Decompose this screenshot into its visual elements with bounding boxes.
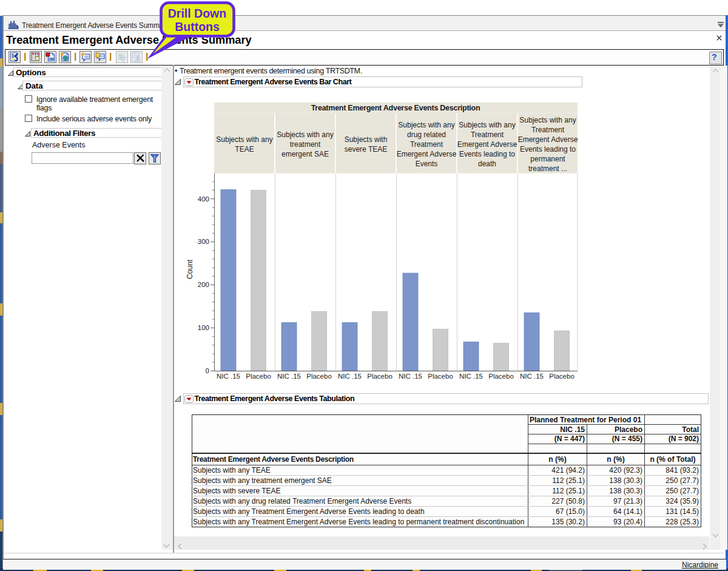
svg-text:Events leading to: Events leading to bbox=[520, 145, 576, 154]
svg-text:death: death bbox=[478, 160, 496, 168]
svg-text:100: 100 bbox=[198, 324, 209, 331]
svg-text:Treatment Emergent Adverse Eve: Treatment Emergent Adverse Events Descri… bbox=[311, 104, 480, 112]
svg-text:Treatment: Treatment bbox=[471, 130, 504, 139]
svg-text:Buttons: Buttons bbox=[175, 20, 220, 33]
svg-text:emergent SAE: emergent SAE bbox=[281, 150, 329, 158]
svg-text:NIC .15: NIC .15 bbox=[338, 373, 362, 380]
svg-text:0: 0 bbox=[206, 367, 209, 374]
svg-text:Emergent Adverse: Emergent Adverse bbox=[518, 135, 578, 144]
svg-text:treatment ...: treatment ... bbox=[528, 164, 567, 173]
svg-text:severe TEAE: severe TEAE bbox=[345, 145, 387, 154]
svg-text:TEAE: TEAE bbox=[235, 145, 254, 154]
svg-text:300: 300 bbox=[198, 238, 209, 245]
svg-text:Subjects with any: Subjects with any bbox=[216, 135, 272, 144]
svg-text:NIC .15: NIC .15 bbox=[399, 373, 422, 380]
svg-text:Subjects with any: Subjects with any bbox=[398, 121, 454, 129]
svg-text:Emergent Adverse: Emergent Adverse bbox=[457, 140, 517, 149]
svg-text:drug related: drug related bbox=[407, 130, 446, 139]
svg-text:Subjects with any: Subjects with any bbox=[519, 116, 576, 124]
svg-text:NIC .15: NIC .15 bbox=[520, 373, 544, 380]
svg-text:Treatment: Treatment bbox=[410, 140, 443, 149]
svg-text:400: 400 bbox=[198, 195, 209, 203]
svg-text:Placebo: Placebo bbox=[488, 373, 514, 380]
svg-text:Subjects with: Subjects with bbox=[345, 135, 388, 144]
svg-text:Placebo: Placebo bbox=[246, 373, 271, 380]
svg-text:Subjects with any: Subjects with any bbox=[277, 130, 333, 139]
svg-text:permanent: permanent bbox=[530, 155, 565, 163]
svg-text:Drill Down: Drill Down bbox=[168, 7, 226, 20]
svg-text:Treatment: Treatment bbox=[531, 126, 565, 134]
svg-text:Count: Count bbox=[186, 259, 194, 279]
svg-text:Subjects with any: Subjects with any bbox=[459, 121, 515, 129]
svg-text:Placebo: Placebo bbox=[306, 373, 332, 380]
svg-text:200: 200 bbox=[198, 281, 209, 288]
svg-text:Emergent Adverse: Emergent Adverse bbox=[397, 150, 457, 158]
svg-text:Placebo: Placebo bbox=[549, 373, 575, 380]
svg-text:NIC .15: NIC .15 bbox=[277, 373, 301, 380]
svg-text:NIC .15: NIC .15 bbox=[459, 373, 483, 380]
svg-text:Events leading to: Events leading to bbox=[459, 150, 515, 158]
svg-text:NIC .15: NIC .15 bbox=[217, 373, 240, 380]
svg-text:treatment: treatment bbox=[290, 140, 321, 149]
svg-text:Events: Events bbox=[416, 160, 438, 168]
svg-text:Placebo: Placebo bbox=[428, 373, 453, 380]
svg-text:Placebo: Placebo bbox=[367, 373, 393, 380]
